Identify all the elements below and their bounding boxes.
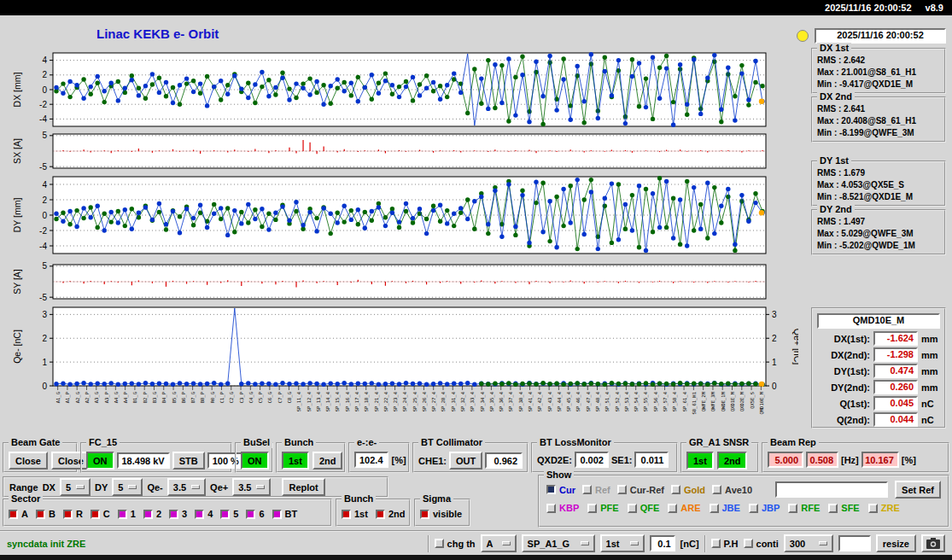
sector-checkbox-bt[interactable]: BT xyxy=(272,509,298,519)
fc15-stb-button[interactable]: STB xyxy=(172,452,205,470)
interval-dropdown[interactable]: 300 xyxy=(784,534,833,552)
sector-checkbox-5[interactable]: 5 xyxy=(220,509,238,519)
sector-dropdown[interactable]: A xyxy=(481,534,517,552)
beam-gate-close-button-1[interactable]: Close xyxy=(9,452,48,470)
checkbox-label: 2 xyxy=(156,509,161,519)
bunch-2nd-button[interactable]: 2nd xyxy=(312,452,343,470)
sector-checkbox-1[interactable]: 1 xyxy=(118,509,136,519)
checkbox-indicator xyxy=(246,510,255,519)
separator xyxy=(704,535,706,552)
show-checkbox-jbp[interactable]: JBP xyxy=(749,503,780,513)
camera-button[interactable] xyxy=(921,534,945,552)
checkbox-indicator xyxy=(712,485,721,494)
dropdown-value: A xyxy=(487,539,494,549)
svg-text:C7_P: C7_P xyxy=(277,391,283,403)
group-busel: BuSel ON xyxy=(235,442,273,473)
checkbox-label: JBP xyxy=(762,503,780,513)
set-ref-button[interactable]: Set Ref xyxy=(895,481,941,499)
resize-button[interactable]: resize xyxy=(876,534,916,552)
svg-text:2: 2 xyxy=(42,334,47,343)
sector-checkbox-3[interactable]: 3 xyxy=(169,509,187,519)
checkbox-label: 5 xyxy=(233,509,238,519)
sector-checkbox-a[interactable]: A xyxy=(9,509,28,519)
sigma-checkbox-visible[interactable]: visible xyxy=(420,509,462,519)
svg-text:SP_16_4: SP_16_4 xyxy=(345,391,351,411)
dropdown-value: 5 xyxy=(66,482,71,493)
fc15-on-button[interactable]: ON xyxy=(86,452,114,470)
checkbox-label: Cur-Ref xyxy=(630,485,664,495)
che1-out-button[interactable]: OUT xyxy=(449,452,482,470)
checkbox-indicator xyxy=(220,510,230,519)
ee-ratio-unit: [%] xyxy=(392,455,406,465)
show-checkbox-kbp[interactable]: KBP xyxy=(546,503,579,513)
checkbox-indicator xyxy=(195,510,204,519)
dropdown-indicator xyxy=(76,485,85,489)
page-title: Linac KEKB e- Orbit xyxy=(96,26,219,41)
show-checkbox-jbe[interactable]: JBE xyxy=(710,503,740,513)
beam-rep-unit-hz: [Hz] xyxy=(841,455,859,465)
svg-text:5: 5 xyxy=(42,131,47,140)
snsr-1st-button[interactable]: 1st xyxy=(686,452,714,470)
checkbox-label: R xyxy=(76,509,83,519)
show-checkbox-qfe[interactable]: QFE xyxy=(628,503,660,513)
monitor-row: Q(1st):0.045nC xyxy=(813,395,944,411)
stat-line: Max : 20.408@S8_61_H1 xyxy=(813,114,944,126)
show-checkbox-rfe[interactable]: RFE xyxy=(788,503,820,513)
range-qe-plus-dropdown[interactable]: 3.5 xyxy=(232,478,271,496)
bunch-1st-button[interactable]: 1st xyxy=(282,452,309,470)
monitor-name: QMD10E_M xyxy=(817,313,940,329)
monitor-row-value: 0.474 xyxy=(873,364,918,378)
show-checkbox-cur[interactable]: Cur xyxy=(546,485,575,495)
bunch-checkbox-1st[interactable]: 1st xyxy=(342,509,368,519)
sector-checkbox-b[interactable]: B xyxy=(36,509,55,519)
sector-checkbox-c[interactable]: C xyxy=(91,509,110,519)
sector-checkbox-6[interactable]: 6 xyxy=(246,509,264,519)
svg-text:SP_35_4: SP_35_4 xyxy=(489,391,495,411)
range-label: Range xyxy=(9,482,38,493)
sector-checkbox-4[interactable]: 4 xyxy=(195,509,213,519)
svg-text:SP_34_4: SP_34_4 xyxy=(480,391,486,411)
svg-text:SP_12_4: SP_12_4 xyxy=(307,391,312,411)
ref-input[interactable] xyxy=(775,481,888,498)
range-dy-dropdown[interactable]: 5 xyxy=(112,478,143,496)
show-checkbox-gold[interactable]: Gold xyxy=(671,485,705,495)
bpm-dropdown[interactable]: SP_A1_G xyxy=(522,534,595,552)
show-checkbox-pfe[interactable]: PFE xyxy=(587,503,618,513)
range-dx-dropdown[interactable]: 5 xyxy=(60,478,91,496)
ph-checkbox[interactable]: P.H xyxy=(711,539,739,549)
snsr-2nd-button[interactable]: 2nd xyxy=(717,452,748,470)
sector-checkbox-2[interactable]: 2 xyxy=(143,509,161,519)
svg-text:4: 4 xyxy=(42,180,47,190)
threshold-input[interactable] xyxy=(650,535,675,551)
show-checkbox-cur-ref[interactable]: Cur-Ref xyxy=(617,485,664,495)
range-qe-minus-dropdown[interactable]: 3.5 xyxy=(167,478,206,496)
svg-text:B3_G: B3_G xyxy=(152,392,158,403)
busel-on-button[interactable]: ON xyxy=(241,452,269,470)
range-bar: Range DX 5 DY 5 Qe- 3.5 Qe+ 3.5 Replot xyxy=(3,476,388,498)
extra-input[interactable] xyxy=(838,535,871,551)
group-title: Sector xyxy=(9,493,43,505)
svg-text:B5_G: B5_G xyxy=(172,392,178,403)
bunch-dropdown[interactable]: 1st xyxy=(600,534,645,552)
show-checkbox-zre[interactable]: ZRE xyxy=(868,503,900,513)
checkbox-label: RFE xyxy=(801,503,820,513)
show-checkbox-are[interactable]: ARE xyxy=(668,503,700,513)
svg-text:SP_42_4: SP_42_4 xyxy=(537,391,543,411)
show-checkbox-sfe[interactable]: SFE xyxy=(828,503,859,513)
bunch-checkbox-2nd[interactable]: 2nd xyxy=(376,509,406,519)
checkbox-indicator xyxy=(587,504,597,513)
group-title: FC_15 xyxy=(86,437,120,448)
show-checkbox-ave10[interactable]: Ave10 xyxy=(712,485,752,495)
show-checkbox-ref[interactable]: Ref xyxy=(582,485,610,495)
svg-text:0: 0 xyxy=(42,85,47,95)
range-qe-plus-label: Qe+ xyxy=(210,482,228,493)
group-bt-collimator: BT Collimator CHE1: OUT 0.962 xyxy=(412,442,529,473)
checkbox-indicator xyxy=(91,510,100,519)
svg-text:-4: -4 xyxy=(39,242,47,251)
chg-th-checkbox[interactable]: chg th xyxy=(435,539,476,549)
conti-checkbox[interactable]: conti xyxy=(744,539,779,549)
stats-group-dx-2nd: DX 2ndRMS : 2.641Max : 20.408@S8_61_H1Mi… xyxy=(811,96,946,143)
replot-button[interactable]: Replot xyxy=(282,478,324,496)
svg-text:SP_27_4: SP_27_4 xyxy=(431,391,437,411)
sector-checkbox-r[interactable]: R xyxy=(63,509,83,519)
